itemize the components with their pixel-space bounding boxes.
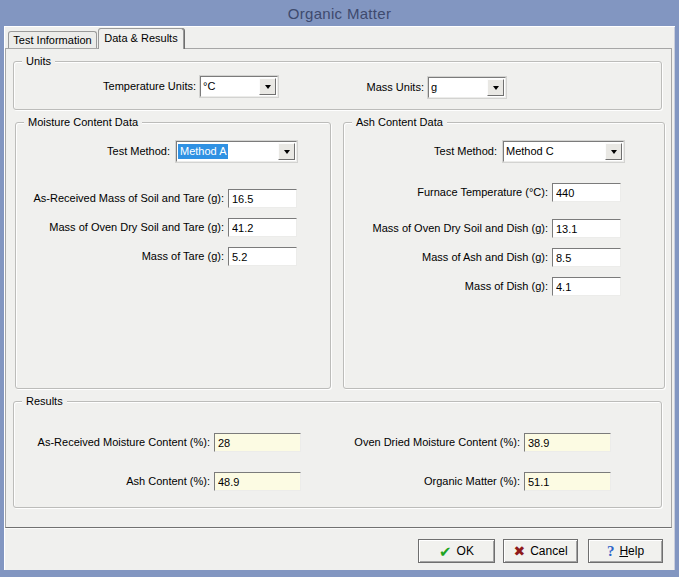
group-results-legend: Results [22, 395, 67, 408]
organic-matter-result-label: Organic Matter (%): [329, 475, 520, 488]
organic-matter-result[interactable] [524, 472, 611, 491]
moisture-test-method-value: Method A [178, 144, 228, 159]
tab-data-results[interactable]: Data & Results [98, 28, 184, 49]
help-button-label: Help [619, 544, 644, 558]
dish-mass-label: Mass of Dish (g): [346, 280, 548, 293]
oven-dried-moisture-result[interactable] [524, 433, 611, 452]
ash-and-dish-label: Mass of Ash and Dish (g): [346, 251, 548, 264]
temperature-units-label: Temperature Units: [34, 80, 196, 93]
temperature-units-value: °C [203, 80, 215, 92]
temperature-units-select[interactable]: °C [200, 76, 278, 97]
mass-units-dropdown-button[interactable] [487, 79, 504, 96]
ash-test-method-label: Test Method: [389, 145, 497, 158]
tare-mass-label: Mass of Tare (g): [18, 250, 224, 263]
chevron-down-icon [611, 150, 617, 154]
dialog-panel: Test Information Data & Results Units Te… [4, 26, 675, 570]
ash-content-result-label: Ash Content (%): [20, 475, 210, 488]
ash-and-dish-input[interactable] [552, 248, 621, 267]
temperature-units-dropdown-button[interactable] [259, 78, 276, 95]
tab-test-information[interactable]: Test Information [8, 31, 97, 48]
group-units-legend: Units [22, 55, 55, 68]
ash-test-method-value: Method C [506, 145, 554, 157]
window-title: Organic Matter [288, 5, 391, 22]
cancel-button-label: Cancel [530, 544, 567, 558]
title-bar: Organic Matter [0, 0, 679, 26]
ash-test-method-dropdown-button[interactable] [605, 143, 622, 160]
group-results: Results [13, 401, 662, 508]
oven-dry-soil-tare-input[interactable] [228, 218, 297, 237]
as-received-mass-label: As-Received Mass of Soil and Tare (g): [18, 192, 224, 205]
moisture-test-method-label: Test Method: [62, 145, 170, 158]
ok-button-label: OK [457, 544, 474, 558]
as-received-mass-input[interactable] [228, 189, 297, 208]
mass-units-value: g [431, 81, 437, 93]
mass-units-label: Mass Units: [330, 81, 424, 94]
as-received-moisture-result[interactable] [214, 433, 301, 452]
cancel-button[interactable]: ✖ Cancel [503, 539, 578, 563]
oven-dried-moisture-result-label: Oven Dried Moisture Content (%): [329, 436, 520, 449]
oven-dry-soil-tare-label: Mass of Oven Dry Soil and Tare (g): [18, 221, 224, 234]
moisture-test-method-dropdown-button[interactable] [278, 143, 295, 160]
group-ash-legend: Ash Content Data [352, 116, 447, 129]
check-icon: ✔ [439, 544, 452, 559]
group-moisture-legend: Moisture Content Data [24, 116, 142, 129]
dish-mass-input[interactable] [552, 277, 621, 296]
oven-dry-soil-dish-input[interactable] [552, 219, 621, 238]
chevron-down-icon [284, 150, 290, 154]
oven-dry-soil-dish-label: Mass of Oven Dry Soil and Dish (g): [346, 222, 548, 235]
x-icon: ✖ [513, 544, 525, 558]
ash-content-result[interactable] [214, 472, 301, 491]
help-button[interactable]: ? Help [588, 539, 663, 563]
chevron-down-icon [493, 86, 499, 90]
ash-test-method-select[interactable]: Method C [503, 141, 624, 162]
chevron-down-icon [265, 85, 271, 89]
window-frame: Organic Matter Test Information Data & R… [0, 0, 679, 577]
question-icon: ? [607, 544, 615, 559]
furnace-temperature-input[interactable] [552, 183, 621, 202]
furnace-temperature-label: Furnace Temperature (°C): [346, 186, 548, 199]
mass-units-select[interactable]: g [428, 77, 506, 98]
tare-mass-input[interactable] [228, 247, 297, 266]
moisture-test-method-select[interactable]: Method A [176, 141, 297, 162]
as-received-moisture-result-label: As-Received Moisture Content (%): [20, 436, 210, 449]
ok-button[interactable]: ✔ OK [418, 539, 495, 563]
